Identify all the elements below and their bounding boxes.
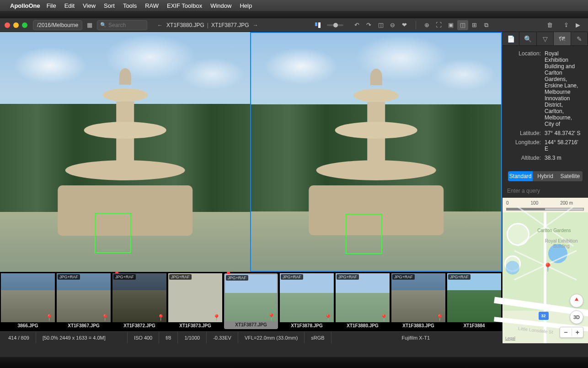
map-icon: 🗺 (559, 35, 565, 43)
svg-rect-1 (318, 22, 321, 28)
thumbnail[interactable]: 📍3866.JPG (1, 273, 55, 329)
rotate-right-icon[interactable]: ↷ (363, 20, 374, 30)
map-label-building: Royal Exhibition Building (545, 238, 578, 249)
zoom-out-icon[interactable]: ⊖ (387, 20, 398, 30)
map-type-hybrid[interactable]: Hybrid (533, 171, 557, 181)
thumbnail[interactable]: JPG+RAF📍XT1F3878.JPG (280, 273, 334, 329)
actual-size-icon[interactable]: ▣ (445, 20, 456, 30)
document-icon: 📄 (507, 35, 515, 43)
thumbnail[interactable]: JPG+RAF📍XT1F3873.JPG (168, 273, 222, 329)
thumbnail[interactable]: JPG+RAF📍XT1F3877.JPG (224, 273, 278, 329)
menu-exif-toolbox[interactable]: EXIF Toolbox (167, 2, 202, 9)
menu-raw[interactable]: RAW (145, 2, 159, 9)
thumbnail-filename: XT1F3883.JPG (391, 322, 445, 329)
loupe-icon[interactable]: ⊕ (422, 20, 433, 30)
search-input[interactable] (108, 22, 145, 28)
tab-map[interactable]: 🗺 (554, 32, 571, 45)
status-zoom: [50.0% 2449 x 1633 = 4.0M] (36, 332, 128, 343)
geo-pin-icon: 📍 (324, 314, 332, 321)
compare-icon[interactable]: ◫ (457, 20, 468, 30)
add-to-compare-icon[interactable]: ⊞ (469, 20, 480, 30)
search-icon: 🔍 (100, 22, 107, 28)
right-filename: XT1F3877.JPG (211, 22, 249, 28)
format-badge: JPG+RAF (281, 274, 303, 280)
thumbnail[interactable]: JPG+RAF📍XT1F3872.JPG (112, 273, 166, 329)
thumbnail-image: JPG+RAF📍 (168, 273, 222, 322)
menu-sort[interactable]: Sort (104, 2, 115, 9)
menu-tools[interactable]: Tools (123, 2, 137, 9)
align-top-icon[interactable] (312, 20, 323, 30)
system-menubar: ApolloOne File Edit View Sort Tools RAW … (0, 0, 588, 11)
thumbnail[interactable]: JPG+RAFXT1F3884 (447, 273, 501, 329)
thumbnail-filename: XT1F3880.JPG (336, 322, 390, 329)
map-type-satellite[interactable]: Satellite (558, 171, 583, 181)
status-focal: VFL=22.0mm (33.0mm) (238, 332, 305, 343)
zoom-slider[interactable] (327, 24, 343, 26)
format-badge: JPG+RAF (169, 274, 192, 280)
slideshow-icon[interactable]: ▶ (572, 20, 583, 30)
thumbnail[interactable]: JPG+RAF📍XT1F3880.JPG (336, 273, 390, 329)
map-type-standard[interactable]: Standard (508, 171, 533, 181)
map-search-input[interactable] (503, 186, 588, 196)
funnel-icon: ▽ (543, 35, 548, 43)
format-badge: JPG+RAF (337, 274, 359, 280)
geo-pin-icon: 📍 (45, 314, 53, 321)
thumbnail[interactable]: JPG+RAF📍XT1F3883.JPG (391, 273, 445, 329)
sidebar-tabs: 📄 🔍 ▽ 🗺 ✎ (502, 32, 588, 46)
format-badge: JPG+RAF (448, 274, 470, 280)
thumbnail[interactable]: JPG+RAF📍XT1F3867.JPG (57, 273, 111, 329)
3d-button[interactable]: 3D (570, 310, 583, 324)
tag-icon[interactable]: ❤ (399, 20, 410, 30)
status-ev: -0.33EV (207, 332, 238, 343)
close-button[interactable] (5, 22, 10, 28)
filmstrip[interactable]: 📍3866.JPGJPG+RAF📍XT1F3867.JPGJPG+RAF📍XT1… (0, 272, 502, 331)
map-legal-link[interactable]: Legal (505, 336, 515, 341)
crop-icon[interactable]: ◫ (375, 20, 386, 30)
prev-file-button[interactable]: ← (157, 22, 163, 28)
menu-window[interactable]: Window (210, 2, 231, 9)
compare-pane-left[interactable] (0, 32, 250, 272)
map-type-selector: Standard Hybrid Satellite (508, 171, 583, 181)
menu-help[interactable]: Help (240, 2, 252, 9)
map-label-park: Carlton Gardens (537, 228, 571, 233)
map-view[interactable]: 0 100 200 m Carlton Gardens Royal Exhibi… (502, 198, 588, 343)
compass-button[interactable] (570, 294, 583, 308)
thumbnail-image: JPG+RAF📍 (57, 273, 111, 322)
geo-pin-icon: 📍 (213, 314, 220, 321)
tab-inspect[interactable]: 🔍 (519, 32, 536, 45)
map-pin-icon[interactable]: 📍 (543, 262, 553, 272)
geo-pin-icon: 📍 (267, 313, 275, 320)
fullscreen-button[interactable] (22, 22, 27, 28)
tab-info[interactable]: 📄 (502, 32, 519, 45)
zoom-in-button[interactable]: + (572, 329, 583, 336)
desktop-background-bottom (0, 357, 588, 368)
left-filename: XT1F3880.JPG (166, 22, 204, 28)
thumbnail-image: JPG+RAF📍 (225, 274, 277, 321)
grid-view-icon[interactable]: ▦ (84, 20, 95, 30)
zoom-out-button[interactable]: − (560, 329, 572, 336)
status-shutter: 1/1000 (178, 332, 207, 343)
status-bar: 414 / 809 [50.0% 2449 x 1633 = 4.0M] ISO… (0, 331, 502, 343)
focus-region-right (346, 214, 382, 254)
minimize-button[interactable] (13, 22, 19, 28)
menu-file[interactable]: File (47, 2, 56, 9)
next-file-button[interactable]: → (253, 22, 258, 28)
rotate-left-icon[interactable]: ↶ (352, 20, 363, 30)
compare-pane-right[interactable] (250, 32, 502, 272)
survey-icon[interactable]: ⧉ (481, 20, 492, 30)
menu-edit[interactable]: Edit (64, 2, 75, 9)
status-aperture: f/8 (159, 332, 178, 343)
folder-path[interactable]: /2016/Melbourne (33, 20, 82, 30)
menu-view[interactable]: View (83, 2, 96, 9)
fit-icon[interactable]: ⛶ (433, 20, 444, 30)
location-value: Royal Exhibition Building and Carlton Ga… (545, 50, 583, 127)
trash-icon[interactable]: 🗑 (544, 20, 555, 30)
format-badge: JPG+RAF (392, 274, 415, 280)
thumbnail-image: JPG+RAF📍 (336, 273, 390, 322)
content-area: 📍3866.JPGJPG+RAF📍XT1F3867.JPGJPG+RAF📍XT1… (0, 32, 588, 343)
app-name[interactable]: ApolloOne (10, 2, 40, 9)
search-field[interactable]: 🔍 (97, 20, 147, 30)
share-icon[interactable]: ⇪ (561, 20, 572, 30)
tab-filter[interactable]: ▽ (537, 32, 554, 45)
tab-edit[interactable]: ✎ (571, 32, 588, 45)
